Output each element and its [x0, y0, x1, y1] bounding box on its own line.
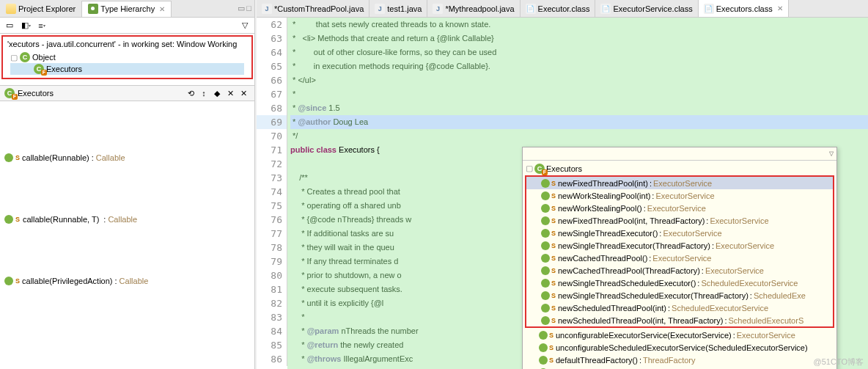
outline-root[interactable]: ▢ C Executors — [524, 162, 835, 175]
outline-highlight: SnewFixedThreadPool(int) : ExecutorServi… — [525, 175, 834, 328]
public-icon — [539, 331, 548, 340]
outline-item[interactable]: SnewWorkStealingPool() : ExecutorService — [526, 202, 833, 214]
hierarchy-header: 'xecutors - java.util.concurrent' - in w… — [4, 38, 250, 50]
outline-item[interactable]: SunconfigurableScheduledExecutorService(… — [524, 341, 835, 354]
outline-item[interactable]: SnewCachedThreadPool() : ExecutorService — [526, 252, 833, 264]
outline-toolbar: ▽ — [523, 147, 836, 161]
tree-node[interactable]: CExecutors — [10, 63, 244, 75]
view-menu[interactable]: ▽ — [238, 19, 251, 32]
member-row[interactable]: Scallable(Runnable, T) : Callable — [0, 214, 254, 224]
outline-item[interactable]: SnewSingleThreadScheduledExecutor() : Sc… — [526, 277, 833, 289]
outline-popup: ▽ ▢ C Executors SnewFixedThreadPool(int)… — [522, 147, 837, 369]
outline-item[interactable]: SnewWorkStealingPool(int) : ExecutorServ… — [526, 189, 833, 202]
outline-item[interactable]: SnewScheduledThreadPool(int) : Scheduled… — [526, 302, 833, 314]
editor-tabs: J*CustomThreadPool.javaJtest1.javaJ*Myth… — [257, 0, 868, 18]
left-tabs: Project ExplorerType Hierarchy✕▭□ — [0, 0, 254, 18]
hierarchy-highlight: 'xecutors - java.util.concurrent' - in w… — [1, 35, 253, 79]
outline-item[interactable]: SnewSingleThreadScheduledExecutor(Thread… — [526, 289, 833, 302]
tree-node[interactable]: ▢CObject — [10, 51, 244, 63]
outline-tree: ▢ C Executors SnewFixedThreadPool(int) :… — [523, 161, 836, 369]
outline-item[interactable]: SdefaultThreadFactory() : ThreadFactory — [524, 354, 835, 366]
outline-item[interactable]: SnewSingleThreadExecutor() : ExecutorSer… — [526, 227, 833, 239]
menu-icon[interactable]: ▽ — [829, 150, 834, 157]
editor-tab[interactable]: J*CustomThreadPool.java — [257, 0, 369, 17]
maximize-icon[interactable]: □ — [246, 4, 251, 13]
hierarchy-tree: ▢CObjectCExecutors — [4, 50, 250, 76]
outline-item[interactable]: SnewScheduledThreadPool(int, ThreadFacto… — [526, 314, 833, 326]
public-icon — [539, 343, 548, 352]
member-row[interactable]: Scallable(PrivilegedExceptionAction) : C… — [0, 337, 254, 369]
members-header: C Executors ⟲ ↕ ◆ ✕ ✕ — [0, 85, 254, 101]
file-icon: 📄 — [600, 4, 611, 14]
member-row[interactable]: Scallable(PrivilegedAction) : Callable — [0, 224, 254, 337]
public-icon — [4, 277, 13, 285]
outline-item[interactable]: SprivilegedThreadFactory() : ThreadFacto… — [524, 366, 835, 369]
public-icon — [4, 215, 13, 224]
tab-type-hierarchy[interactable]: Type Hierarchy✕ — [82, 1, 172, 17]
code-editor[interactable]: 6263646566676869707172737475767778798081… — [257, 18, 868, 369]
folder-icon — [6, 4, 16, 14]
outline-item[interactable]: SunconfigurableExecutorService(ExecutorS… — [524, 329, 835, 341]
public-icon — [541, 254, 550, 263]
tab-project-explorer[interactable]: Project Explorer — [0, 1, 82, 17]
outline-rest: SunconfigurableExecutorService(ExecutorS… — [524, 329, 835, 369]
toolbar-btn[interactable]: ◧▾ — [19, 19, 32, 32]
class-icon: C — [34, 64, 44, 74]
outline-root-label: Executors — [546, 164, 582, 173]
class-icon: C — [4, 88, 15, 98]
file-icon: J — [375, 4, 385, 14]
public-icon — [541, 304, 550, 313]
public-icon — [539, 356, 548, 365]
outline-item[interactable]: SnewCachedThreadPool(ThreadFactory) : Ex… — [526, 264, 833, 277]
public-icon — [541, 179, 550, 188]
file-icon: J — [433, 4, 443, 14]
members-list: Scallable(Runnable) : CallableScallable(… — [0, 101, 254, 369]
left-panel: Project ExplorerType Hierarchy✕▭□ ▭ ◧▾ ≡… — [0, 0, 255, 369]
close-icon[interactable]: ✕ — [159, 5, 165, 13]
public-icon — [541, 279, 550, 288]
member-row[interactable]: Scallable(Runnable) : Callable — [0, 101, 254, 214]
outline-item[interactable]: SnewFixedThreadPool(int, ThreadFactory) … — [526, 214, 833, 227]
public-icon — [541, 204, 550, 213]
line-gutter: 6263646566676869707172737475767778798081… — [257, 18, 287, 366]
toolbar-btn[interactable]: ◆ — [210, 87, 224, 100]
toolbar-btn[interactable]: ⟲ — [184, 87, 197, 100]
class-icon: C — [20, 52, 30, 62]
editor-tab[interactable]: 📄Executors.class✕ — [699, 0, 789, 17]
editor-tab[interactable]: J*Mythreadpool.java — [427, 0, 520, 17]
hier-icon — [88, 4, 98, 14]
toolbar-btn[interactable]: ✕ — [237, 87, 250, 100]
editor-tab[interactable]: Jtest1.java — [369, 0, 427, 17]
file-icon: J — [262, 4, 272, 14]
class-icon: C — [534, 164, 545, 174]
file-icon: 📄 — [526, 4, 536, 14]
toolbar-btn[interactable]: ▭ — [3, 19, 16, 32]
public-icon — [541, 216, 550, 225]
minimize-icon[interactable]: ▭ — [238, 4, 245, 13]
outline-item[interactable]: SnewSingleThreadExecutor(ThreadFactory) … — [526, 239, 833, 252]
public-icon — [541, 191, 550, 200]
public-icon — [4, 153, 13, 162]
editor-tab[interactable]: 📄Executor.class — [521, 0, 596, 17]
toolbar-btn[interactable]: ✕ — [224, 87, 237, 100]
editor-area: J*CustomThreadPool.javaJtest1.javaJ*Myth… — [257, 0, 868, 369]
editor-tab[interactable]: 📄ExecutorService.class — [595, 0, 698, 17]
members-title: Executors — [18, 89, 54, 98]
file-icon: 📄 — [704, 4, 714, 14]
outline-item[interactable]: SnewFixedThreadPool(int) : ExecutorServi… — [526, 177, 833, 189]
hierarchy-toolbar: ▭ ◧▾ ≡▾ ▽ — [0, 18, 254, 34]
toolbar-btn[interactable]: ≡▾ — [35, 19, 48, 32]
public-icon — [541, 291, 550, 300]
public-icon — [541, 241, 550, 250]
close-icon[interactable]: ✕ — [777, 4, 783, 12]
watermark: @51CTO博客 — [814, 357, 864, 368]
toolbar-btn[interactable]: ↕ — [197, 87, 210, 100]
public-icon — [541, 229, 550, 238]
public-icon — [541, 266, 550, 275]
public-icon — [541, 316, 550, 325]
